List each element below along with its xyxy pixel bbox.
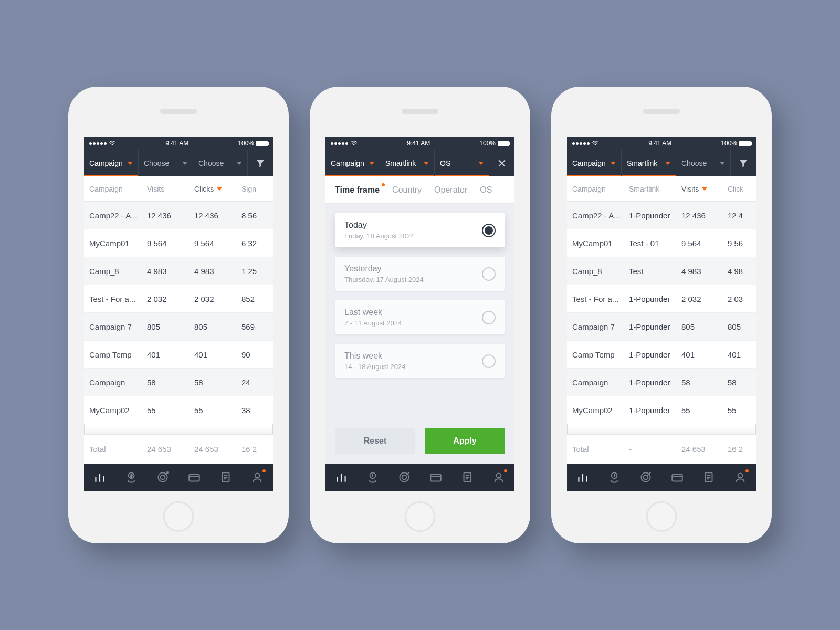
nav-money[interactable] [124,470,138,484]
table-row[interactable]: Camp Temp40140190 [84,341,273,369]
table-header: Campaign Smartlink Visits Click [567,176,756,202]
radio-icon [482,267,496,281]
dollar-pin-icon [607,470,621,484]
table-row[interactable]: MyCamp01Test - 019 5649 56 [567,229,756,257]
notification-dot-icon [746,469,749,472]
home-button[interactable] [646,501,677,532]
home-button[interactable] [163,501,194,532]
phone-mockup-2: 9:41 AM 100% Campaign Smartlink OS Time … [310,87,530,543]
time-frame-options: TodayFriday, 18 August 2024 YesterdayThu… [326,204,514,428]
home-button[interactable] [405,501,435,532]
dimension-bar: Campaign Choose Choose [84,150,273,176]
dim-os[interactable]: OS [435,150,489,176]
table-row[interactable]: Camp_84 9834 9831 25 [84,257,273,285]
nav-profile[interactable] [492,470,506,484]
dim-smartlink[interactable]: Smartlink [622,150,676,176]
dimension-bar: Campaign Smartlink OS [326,150,514,176]
col-campaign[interactable]: Campaign [84,185,142,193]
table-row[interactable]: Camp22 - A...1-Popunder12 43612 4 [567,202,756,229]
nav-stats[interactable] [576,470,590,484]
filter-button[interactable] [731,150,756,176]
clock: 9:41 AM [165,140,188,147]
dim-choose[interactable]: Choose [676,150,731,176]
bottom-nav [567,464,756,491]
tab-operator[interactable]: Operator [434,185,467,195]
nav-card[interactable] [187,470,201,484]
document-icon [219,470,233,484]
col-campaign[interactable]: Campaign [567,185,624,193]
table-row[interactable]: Campaign1-Popunder5858 [567,369,756,396]
col-clicks-sorted[interactable]: Clicks [189,185,236,193]
active-dot-icon [382,183,385,186]
col-visits[interactable]: Visits [142,185,189,193]
target-icon [639,470,653,484]
tab-country[interactable]: Country [392,185,422,195]
nav-target[interactable] [397,470,411,484]
table-row[interactable]: MyCamp021-Popunder5555 [567,396,756,424]
dim-campaign[interactable]: Campaign [326,150,380,176]
option-yesterday[interactable]: YesterdayThursday, 17 August 2024 [335,257,505,291]
nav-card[interactable] [670,470,684,484]
apply-button[interactable]: Apply [425,428,505,454]
nav-doc[interactable] [460,470,474,484]
status-bar: 9:41 AM 100% [326,136,514,150]
dim-choose-2[interactable]: Choose [193,150,248,176]
nav-doc[interactable] [702,470,716,484]
table-row[interactable]: Camp Temp1-Popunder401401 [567,341,756,369]
svg-rect-9 [430,475,441,481]
close-filter-button[interactable] [489,150,514,176]
svg-point-14 [644,475,648,480]
nav-target[interactable] [639,470,653,484]
table-row[interactable]: Campaign585824 [84,369,273,396]
dim-smartlink[interactable]: Smartlink [380,150,435,176]
document-icon [460,470,474,484]
nav-profile[interactable] [250,470,264,484]
dim-campaign[interactable]: Campaign [567,150,622,176]
table-row[interactable]: MyCamp019 5649 5646 32 [84,229,273,257]
table-row[interactable]: MyCamp02555538 [84,396,273,424]
table-row[interactable]: Test - For a...2 0322 032852 [84,285,273,313]
nav-target[interactable] [156,470,170,484]
credit-card-icon [429,470,443,484]
option-last-week[interactable]: Last week7 - 11 August 2024 [335,300,505,334]
svg-rect-3 [189,475,200,481]
table-row[interactable]: Campaign 71-Popunder805805 [567,313,756,341]
signal-dots-icon [89,142,107,145]
col-smartlink[interactable]: Smartlink [624,185,676,193]
nav-money[interactable] [607,470,621,484]
wifi-icon [592,140,599,146]
nav-profile[interactable] [733,470,747,484]
phone-mockup-3: 9:41 AM 100% Campaign Smartlink Choose C… [551,87,772,543]
dim-choose-1[interactable]: Choose [139,150,193,176]
close-icon [497,158,507,169]
target-icon [156,470,170,484]
tab-os[interactable]: OS [480,185,492,195]
status-bar: 9:41 AM 100% [567,136,756,150]
table-row[interactable]: Camp22 - A...12 43612 4368 56 [84,202,273,229]
clock: 9:41 AM [648,140,671,147]
table-row[interactable]: Test - For a...1-Popunder2 0322 03 [567,285,756,313]
option-this-week[interactable]: This week14 - 18 August 2024 [335,344,505,378]
col-sign[interactable]: Sign [236,185,273,193]
bar-chart-icon [334,470,348,484]
table-row[interactable]: Campaign 7805805569 [84,313,273,341]
battery-icon [256,141,268,146]
nav-stats[interactable] [93,470,107,484]
nav-card[interactable] [429,470,443,484]
col-clicks[interactable]: Click [722,185,756,193]
nav-money[interactable] [366,470,380,484]
filter-button[interactable] [248,150,273,176]
table-row[interactable]: Camp_8Test4 9834 98 [567,257,756,285]
dim-campaign[interactable]: Campaign [84,150,139,176]
bar-chart-icon [93,470,107,484]
reset-button[interactable]: Reset [335,428,415,454]
option-today[interactable]: TodayFriday, 18 August 2024 [335,213,505,247]
nav-doc[interactable] [219,470,233,484]
dollar-pin-icon [366,470,380,484]
wifi-icon [109,140,116,146]
sort-desc-icon [217,187,222,191]
nav-stats[interactable] [334,470,348,484]
battery-pct: 100% [721,140,737,147]
tab-time-frame[interactable]: Time frame [335,185,380,195]
col-visits-sorted[interactable]: Visits [676,185,722,193]
